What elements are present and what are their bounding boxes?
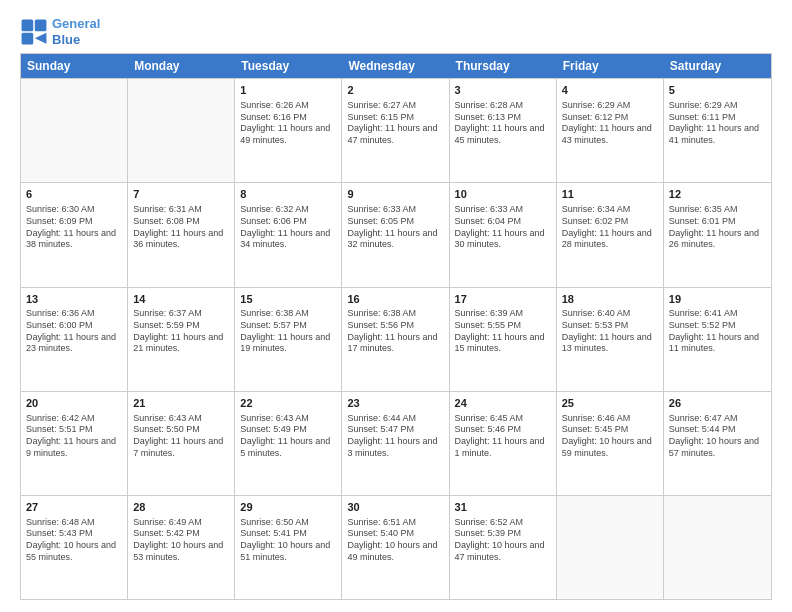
day-number: 10: [455, 187, 551, 202]
calendar-row-0: 1Sunrise: 6:26 AM Sunset: 6:16 PM Daylig…: [21, 78, 771, 182]
day-number: 22: [240, 396, 336, 411]
day-number: 1: [240, 83, 336, 98]
day-info: Sunrise: 6:48 AM Sunset: 5:43 PM Dayligh…: [26, 517, 122, 564]
logo: General Blue: [20, 16, 100, 47]
day-number: 17: [455, 292, 551, 307]
page: General Blue SundayMondayTuesdayWednesda…: [0, 0, 792, 612]
day-number: 20: [26, 396, 122, 411]
empty-cell: [557, 496, 664, 599]
day-info: Sunrise: 6:35 AM Sunset: 6:01 PM Dayligh…: [669, 204, 766, 251]
day-cell-4: 4Sunrise: 6:29 AM Sunset: 6:12 PM Daylig…: [557, 79, 664, 182]
day-cell-29: 29Sunrise: 6:50 AM Sunset: 5:41 PM Dayli…: [235, 496, 342, 599]
day-cell-18: 18Sunrise: 6:40 AM Sunset: 5:53 PM Dayli…: [557, 288, 664, 391]
day-number: 18: [562, 292, 658, 307]
day-cell-3: 3Sunrise: 6:28 AM Sunset: 6:13 PM Daylig…: [450, 79, 557, 182]
day-info: Sunrise: 6:34 AM Sunset: 6:02 PM Dayligh…: [562, 204, 658, 251]
day-cell-15: 15Sunrise: 6:38 AM Sunset: 5:57 PM Dayli…: [235, 288, 342, 391]
header-day-thursday: Thursday: [450, 54, 557, 78]
header-day-wednesday: Wednesday: [342, 54, 449, 78]
calendar: SundayMondayTuesdayWednesdayThursdayFrid…: [20, 53, 772, 600]
calendar-body: 1Sunrise: 6:26 AM Sunset: 6:16 PM Daylig…: [21, 78, 771, 599]
day-number: 15: [240, 292, 336, 307]
calendar-header: SundayMondayTuesdayWednesdayThursdayFrid…: [21, 54, 771, 78]
day-cell-11: 11Sunrise: 6:34 AM Sunset: 6:02 PM Dayli…: [557, 183, 664, 286]
day-info: Sunrise: 6:49 AM Sunset: 5:42 PM Dayligh…: [133, 517, 229, 564]
day-cell-24: 24Sunrise: 6:45 AM Sunset: 5:46 PM Dayli…: [450, 392, 557, 495]
day-info: Sunrise: 6:51 AM Sunset: 5:40 PM Dayligh…: [347, 517, 443, 564]
day-info: Sunrise: 6:36 AM Sunset: 6:00 PM Dayligh…: [26, 308, 122, 355]
day-cell-13: 13Sunrise: 6:36 AM Sunset: 6:00 PM Dayli…: [21, 288, 128, 391]
day-info: Sunrise: 6:27 AM Sunset: 6:15 PM Dayligh…: [347, 100, 443, 147]
day-number: 7: [133, 187, 229, 202]
day-info: Sunrise: 6:43 AM Sunset: 5:50 PM Dayligh…: [133, 413, 229, 460]
day-cell-22: 22Sunrise: 6:43 AM Sunset: 5:49 PM Dayli…: [235, 392, 342, 495]
day-cell-17: 17Sunrise: 6:39 AM Sunset: 5:55 PM Dayli…: [450, 288, 557, 391]
day-number: 9: [347, 187, 443, 202]
day-number: 2: [347, 83, 443, 98]
day-number: 25: [562, 396, 658, 411]
day-info: Sunrise: 6:40 AM Sunset: 5:53 PM Dayligh…: [562, 308, 658, 355]
day-cell-16: 16Sunrise: 6:38 AM Sunset: 5:56 PM Dayli…: [342, 288, 449, 391]
day-cell-2: 2Sunrise: 6:27 AM Sunset: 6:15 PM Daylig…: [342, 79, 449, 182]
day-info: Sunrise: 6:38 AM Sunset: 5:57 PM Dayligh…: [240, 308, 336, 355]
day-cell-28: 28Sunrise: 6:49 AM Sunset: 5:42 PM Dayli…: [128, 496, 235, 599]
day-cell-10: 10Sunrise: 6:33 AM Sunset: 6:04 PM Dayli…: [450, 183, 557, 286]
svg-marker-3: [35, 32, 47, 43]
day-number: 26: [669, 396, 766, 411]
day-number: 3: [455, 83, 551, 98]
day-cell-30: 30Sunrise: 6:51 AM Sunset: 5:40 PM Dayli…: [342, 496, 449, 599]
day-cell-6: 6Sunrise: 6:30 AM Sunset: 6:09 PM Daylig…: [21, 183, 128, 286]
day-number: 23: [347, 396, 443, 411]
day-number: 12: [669, 187, 766, 202]
day-cell-12: 12Sunrise: 6:35 AM Sunset: 6:01 PM Dayli…: [664, 183, 771, 286]
day-info: Sunrise: 6:47 AM Sunset: 5:44 PM Dayligh…: [669, 413, 766, 460]
day-info: Sunrise: 6:26 AM Sunset: 6:16 PM Dayligh…: [240, 100, 336, 147]
empty-cell: [664, 496, 771, 599]
header-day-tuesday: Tuesday: [235, 54, 342, 78]
empty-cell: [21, 79, 128, 182]
day-info: Sunrise: 6:33 AM Sunset: 6:04 PM Dayligh…: [455, 204, 551, 251]
day-info: Sunrise: 6:28 AM Sunset: 6:13 PM Dayligh…: [455, 100, 551, 147]
header-day-saturday: Saturday: [664, 54, 771, 78]
header-day-monday: Monday: [128, 54, 235, 78]
svg-rect-0: [22, 19, 34, 31]
day-cell-14: 14Sunrise: 6:37 AM Sunset: 5:59 PM Dayli…: [128, 288, 235, 391]
day-cell-1: 1Sunrise: 6:26 AM Sunset: 6:16 PM Daylig…: [235, 79, 342, 182]
day-number: 28: [133, 500, 229, 515]
empty-cell: [128, 79, 235, 182]
calendar-row-3: 20Sunrise: 6:42 AM Sunset: 5:51 PM Dayli…: [21, 391, 771, 495]
day-info: Sunrise: 6:42 AM Sunset: 5:51 PM Dayligh…: [26, 413, 122, 460]
day-cell-27: 27Sunrise: 6:48 AM Sunset: 5:43 PM Dayli…: [21, 496, 128, 599]
day-number: 5: [669, 83, 766, 98]
day-cell-25: 25Sunrise: 6:46 AM Sunset: 5:45 PM Dayli…: [557, 392, 664, 495]
calendar-row-1: 6Sunrise: 6:30 AM Sunset: 6:09 PM Daylig…: [21, 182, 771, 286]
day-info: Sunrise: 6:33 AM Sunset: 6:05 PM Dayligh…: [347, 204, 443, 251]
day-cell-7: 7Sunrise: 6:31 AM Sunset: 6:08 PM Daylig…: [128, 183, 235, 286]
calendar-row-4: 27Sunrise: 6:48 AM Sunset: 5:43 PM Dayli…: [21, 495, 771, 599]
header-day-friday: Friday: [557, 54, 664, 78]
day-number: 19: [669, 292, 766, 307]
day-cell-8: 8Sunrise: 6:32 AM Sunset: 6:06 PM Daylig…: [235, 183, 342, 286]
day-number: 24: [455, 396, 551, 411]
day-number: 29: [240, 500, 336, 515]
day-info: Sunrise: 6:52 AM Sunset: 5:39 PM Dayligh…: [455, 517, 551, 564]
day-info: Sunrise: 6:29 AM Sunset: 6:12 PM Dayligh…: [562, 100, 658, 147]
day-cell-5: 5Sunrise: 6:29 AM Sunset: 6:11 PM Daylig…: [664, 79, 771, 182]
day-number: 11: [562, 187, 658, 202]
day-cell-9: 9Sunrise: 6:33 AM Sunset: 6:05 PM Daylig…: [342, 183, 449, 286]
logo-icon: [20, 18, 48, 46]
day-info: Sunrise: 6:43 AM Sunset: 5:49 PM Dayligh…: [240, 413, 336, 460]
calendar-row-2: 13Sunrise: 6:36 AM Sunset: 6:00 PM Dayli…: [21, 287, 771, 391]
day-info: Sunrise: 6:41 AM Sunset: 5:52 PM Dayligh…: [669, 308, 766, 355]
day-number: 16: [347, 292, 443, 307]
day-info: Sunrise: 6:29 AM Sunset: 6:11 PM Dayligh…: [669, 100, 766, 147]
svg-rect-1: [35, 19, 47, 31]
day-info: Sunrise: 6:31 AM Sunset: 6:08 PM Dayligh…: [133, 204, 229, 251]
day-cell-20: 20Sunrise: 6:42 AM Sunset: 5:51 PM Dayli…: [21, 392, 128, 495]
day-info: Sunrise: 6:46 AM Sunset: 5:45 PM Dayligh…: [562, 413, 658, 460]
day-number: 8: [240, 187, 336, 202]
day-cell-21: 21Sunrise: 6:43 AM Sunset: 5:50 PM Dayli…: [128, 392, 235, 495]
day-info: Sunrise: 6:50 AM Sunset: 5:41 PM Dayligh…: [240, 517, 336, 564]
day-number: 4: [562, 83, 658, 98]
day-info: Sunrise: 6:37 AM Sunset: 5:59 PM Dayligh…: [133, 308, 229, 355]
